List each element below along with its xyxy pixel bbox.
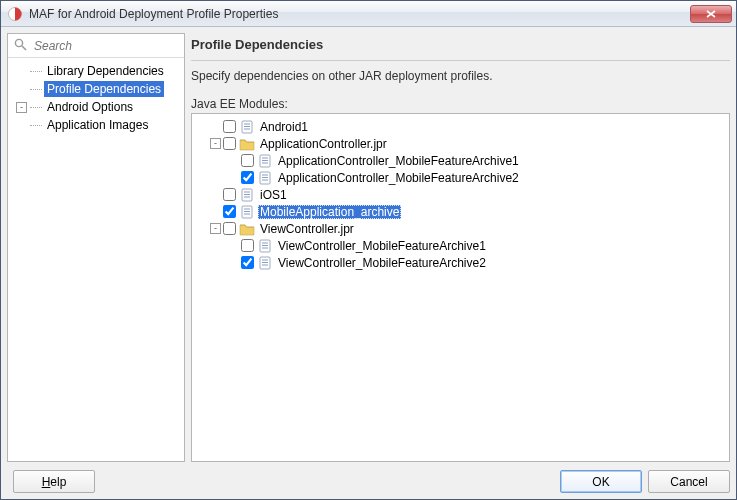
cancel-button[interactable]: Cancel bbox=[648, 470, 730, 493]
tree-row-label: iOS1 bbox=[258, 188, 289, 202]
nav-tree: Library DependenciesProfile Dependencies… bbox=[8, 58, 184, 461]
expander-icon[interactable]: - bbox=[16, 102, 27, 113]
panel-description: Specify dependencies on other JAR deploy… bbox=[191, 69, 730, 83]
ok-button-label: OK bbox=[592, 475, 609, 489]
cancel-button-label: Cancel bbox=[670, 475, 707, 489]
help-button[interactable]: Help bbox=[13, 470, 95, 493]
nav-item-label: Android Options bbox=[44, 99, 136, 115]
tree-checkbox[interactable] bbox=[241, 154, 254, 167]
help-button-rest: elp bbox=[50, 475, 66, 489]
tree-row[interactable]: ViewController_MobileFeatureArchive2 bbox=[194, 254, 727, 271]
dialog-body: Library DependenciesProfile Dependencies… bbox=[1, 27, 736, 499]
tree-row[interactable]: iOS1 bbox=[194, 186, 727, 203]
tree-row[interactable]: ApplicationController_MobileFeatureArchi… bbox=[194, 152, 727, 169]
tree-checkbox[interactable] bbox=[223, 137, 236, 150]
document-icon bbox=[239, 205, 255, 219]
expander-icon[interactable]: - bbox=[210, 138, 221, 149]
titlebar: MAF for Android Deployment Profile Prope… bbox=[1, 1, 736, 27]
nav-item-label: Library Dependencies bbox=[44, 63, 167, 79]
tree-checkbox[interactable] bbox=[241, 256, 254, 269]
folder-icon bbox=[239, 222, 255, 236]
search-icon bbox=[14, 38, 27, 54]
tree-checkbox[interactable] bbox=[241, 171, 254, 184]
tree-checkbox[interactable] bbox=[223, 188, 236, 201]
button-bar: Help OK Cancel bbox=[7, 468, 730, 493]
search-input[interactable] bbox=[32, 38, 187, 54]
svg-line-2 bbox=[22, 46, 26, 50]
nav-item[interactable]: -Android Options bbox=[8, 98, 184, 116]
document-icon bbox=[239, 120, 255, 134]
search-row bbox=[8, 34, 184, 58]
tree-row[interactable]: Android1 bbox=[194, 118, 727, 135]
tree-row-label: ViewController.jpr bbox=[258, 222, 356, 236]
document-icon bbox=[257, 154, 273, 168]
nav-item[interactable]: Profile Dependencies bbox=[8, 80, 184, 98]
nav-item-label: Profile Dependencies bbox=[44, 81, 164, 97]
tree-row[interactable]: MobileApplication_archive bbox=[194, 203, 727, 220]
svg-point-1 bbox=[15, 39, 22, 46]
document-icon bbox=[257, 171, 273, 185]
tree-row[interactable]: -ApplicationController.jpr bbox=[194, 135, 727, 152]
expander-icon[interactable]: - bbox=[210, 223, 221, 234]
main-area: Library DependenciesProfile Dependencies… bbox=[7, 33, 730, 462]
tree-row-label: Android1 bbox=[258, 120, 310, 134]
document-icon bbox=[239, 188, 255, 202]
tree-row-label: ApplicationController.jpr bbox=[258, 137, 389, 151]
tree-row[interactable]: ApplicationController_MobileFeatureArchi… bbox=[194, 169, 727, 186]
folder-icon bbox=[239, 137, 255, 151]
document-icon bbox=[257, 239, 273, 253]
right-pane: Profile Dependencies Specify dependencie… bbox=[191, 33, 730, 462]
dialog-title: MAF for Android Deployment Profile Prope… bbox=[29, 7, 690, 21]
left-pane: Library DependenciesProfile Dependencies… bbox=[7, 33, 185, 462]
tree-checkbox[interactable] bbox=[223, 205, 236, 218]
modules-tree: Android1-ApplicationController.jprApplic… bbox=[191, 113, 730, 462]
tree-row-label: ApplicationController_MobileFeatureArchi… bbox=[276, 171, 521, 185]
tree-row[interactable]: ViewController_MobileFeatureArchive1 bbox=[194, 237, 727, 254]
nav-item[interactable]: Application Images bbox=[8, 116, 184, 134]
dialog-window: MAF for Android Deployment Profile Prope… bbox=[0, 0, 737, 500]
nav-item-label: Application Images bbox=[44, 117, 151, 133]
tree-checkbox[interactable] bbox=[241, 239, 254, 252]
close-button[interactable] bbox=[690, 5, 732, 23]
tree-checkbox[interactable] bbox=[223, 120, 236, 133]
panel-header: Profile Dependencies bbox=[191, 33, 730, 61]
tree-checkbox[interactable] bbox=[223, 222, 236, 235]
tree-row-label: MobileApplication_archive bbox=[258, 205, 401, 219]
nav-item[interactable]: Library Dependencies bbox=[8, 62, 184, 80]
tree-row-label: ViewController_MobileFeatureArchive2 bbox=[276, 256, 488, 270]
tree-row-label: ApplicationController_MobileFeatureArchi… bbox=[276, 154, 521, 168]
tree-label: Java EE Modules: bbox=[191, 97, 730, 111]
app-icon bbox=[7, 6, 23, 22]
ok-button[interactable]: OK bbox=[560, 470, 642, 493]
document-icon bbox=[257, 256, 273, 270]
tree-row-label: ViewController_MobileFeatureArchive1 bbox=[276, 239, 488, 253]
tree-row[interactable]: -ViewController.jpr bbox=[194, 220, 727, 237]
